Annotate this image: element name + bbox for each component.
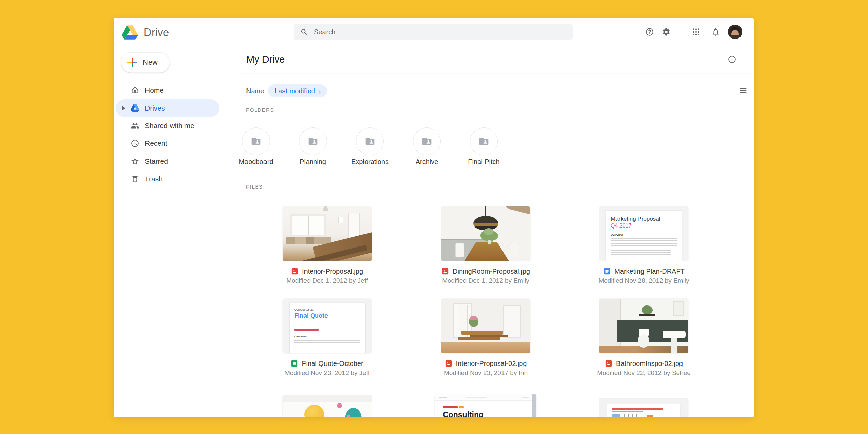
preview-title: Final Quote: [294, 312, 360, 319]
file-thumbnail-partial-document[interactable]: [599, 398, 688, 417]
expand-arrow-icon[interactable]: [122, 106, 125, 110]
help-icon[interactable]: [645, 27, 654, 36]
info-icon[interactable]: [728, 55, 736, 64]
text-lines-placeholder: [611, 238, 677, 247]
sort-by-name[interactable]: Name: [246, 87, 264, 95]
thumb-art: [485, 206, 486, 217]
arrow-down-icon: ↓: [318, 87, 321, 95]
thumb-art: [671, 338, 677, 353]
file-thumbnail-interior-proposal[interactable]: [283, 206, 372, 261]
google-sheet-file-icon: [291, 360, 298, 367]
drive-logo-lockup: Drive: [122, 25, 169, 40]
sort-chip-last-modified[interactable]: Last modified ↓: [268, 84, 327, 97]
thumb-art: [488, 240, 491, 244]
file-name-row[interactable]: DiningRoom-Proposal.jpg: [407, 266, 565, 276]
thumb-art: [639, 314, 655, 316]
document-preview: October 18.23 Final Quote Overview: [290, 303, 365, 353]
apps-grid-icon[interactable]: [692, 27, 701, 36]
settings-gear-icon[interactable]: [662, 27, 671, 36]
sidebar-item-starred[interactable]: Starred: [114, 153, 241, 170]
folder-tile-planning[interactable]: [299, 127, 327, 155]
shared-folder-icon: [421, 136, 432, 147]
preview-title: Marketing Proposal: [611, 216, 677, 222]
thumb-art: [466, 397, 487, 398]
search-input[interactable]: [314, 28, 573, 36]
sidebar-item-label: Shared with me: [145, 122, 194, 130]
file-meta: Modified Nov 22, 2012 by Sehee: [565, 369, 723, 377]
file-name: Interior-Proposal-02.jpg: [456, 360, 527, 368]
file-meta: Modified Dec 1, 2012 by Jeff: [247, 277, 407, 284]
file-name-row[interactable]: Marketing Plan-DRAFT: [565, 266, 723, 276]
sidebar-item-recent[interactable]: Recent: [114, 135, 241, 152]
page-title: My Drive: [246, 50, 285, 68]
file-meta: Modified Dec 1, 2012 by Emily: [407, 277, 565, 284]
thumb-art: [304, 405, 324, 417]
thumb-art: [473, 216, 498, 230]
thumb-art: [532, 394, 536, 417]
thumb-art: [647, 415, 653, 417]
thumb-art: [337, 403, 342, 408]
file-name-row[interactable]: BathroomInspo-02.jpg: [565, 358, 723, 369]
sidebar-item-trash[interactable]: Trash: [114, 170, 241, 188]
folder-label[interactable]: Planning: [284, 158, 341, 166]
folder-tile-explorations[interactable]: [356, 127, 384, 155]
new-button[interactable]: New: [121, 52, 170, 73]
grid-column-divider: [407, 196, 407, 417]
thumb-art: [290, 214, 326, 236]
file-thumbnail-bathroom-inspo[interactable]: [599, 299, 688, 353]
grid-row-divider: [247, 386, 723, 386]
file-thumbnail-partial[interactable]: [283, 395, 372, 417]
header-divider: [241, 73, 754, 73]
thumb-art: [323, 206, 328, 211]
file-thumbnail-marketing-plan[interactable]: Marketing Proposal Q4 2017 Overview: [599, 206, 688, 261]
red-text-placeholder: [612, 408, 663, 410]
file-name-row[interactable]: Interior-Proposal-02.jpg: [407, 358, 565, 369]
notifications-bell-icon[interactable]: [711, 27, 720, 36]
preview-date: October 18.23: [294, 308, 360, 311]
sidebar-item-label: Recent: [145, 139, 167, 147]
file-thumbnail-consulting[interactable]: Consulting: [435, 394, 536, 417]
search-bar[interactable]: [294, 24, 573, 40]
text-lines-placeholder: [294, 340, 360, 344]
shared-folder-icon: [364, 136, 375, 147]
thumb-art: [503, 305, 521, 338]
new-button-label: New: [143, 58, 158, 67]
folder-label[interactable]: Archive: [398, 158, 455, 166]
file-name-row[interactable]: Final Quote-October: [247, 358, 407, 369]
thumb-art: [347, 415, 350, 417]
folder-tile-moodboard[interactable]: [242, 127, 270, 155]
star-icon: [131, 157, 139, 166]
file-thumbnail-diningroom-proposal[interactable]: [441, 206, 530, 261]
file-thumbnail-final-quote[interactable]: October 18.23 Final Quote Overview: [283, 299, 372, 353]
sidebar-item-drives[interactable]: Drives: [114, 99, 241, 117]
thumb-art: [624, 414, 640, 417]
list-view-toggle-icon[interactable]: [738, 86, 748, 95]
trash-icon: [131, 175, 139, 183]
red-text-placeholder: [612, 411, 643, 412]
document-preview: [607, 404, 680, 417]
drive-triangle-icon: [131, 104, 139, 113]
folder-label[interactable]: Explorations: [341, 158, 398, 166]
folder-tile-archive[interactable]: [413, 127, 441, 155]
thumb-art: [612, 414, 620, 417]
file-thumbnail-interior-proposal-02[interactable]: [441, 299, 530, 353]
file-name-row[interactable]: Interior-Proposal.jpg: [247, 266, 407, 276]
folder-tile-final-pitch[interactable]: [470, 127, 498, 155]
files-section-heading: FILES: [246, 184, 263, 190]
thumb-art: [459, 406, 464, 408]
folder-label[interactable]: Moodboard: [228, 158, 284, 166]
thumb-art: [443, 406, 458, 408]
sidebar-item-shared-with-me[interactable]: Shared with me: [114, 117, 241, 135]
folder-label[interactable]: Final Pitch: [455, 158, 512, 166]
thumb-art: [642, 305, 653, 314]
drive-logo-icon: [122, 25, 138, 40]
shared-folder-icon: [308, 136, 318, 147]
clock-icon: [131, 139, 139, 148]
shared-folder-icon: [251, 136, 261, 147]
thumb-art: [338, 217, 343, 223]
sidebar-item-home[interactable]: Home: [114, 81, 241, 99]
avatar[interactable]: [728, 25, 742, 39]
thumb-art: [506, 206, 530, 215]
file-name: BathroomInspo-02.jpg: [616, 360, 683, 368]
thumb-art: [286, 237, 331, 244]
